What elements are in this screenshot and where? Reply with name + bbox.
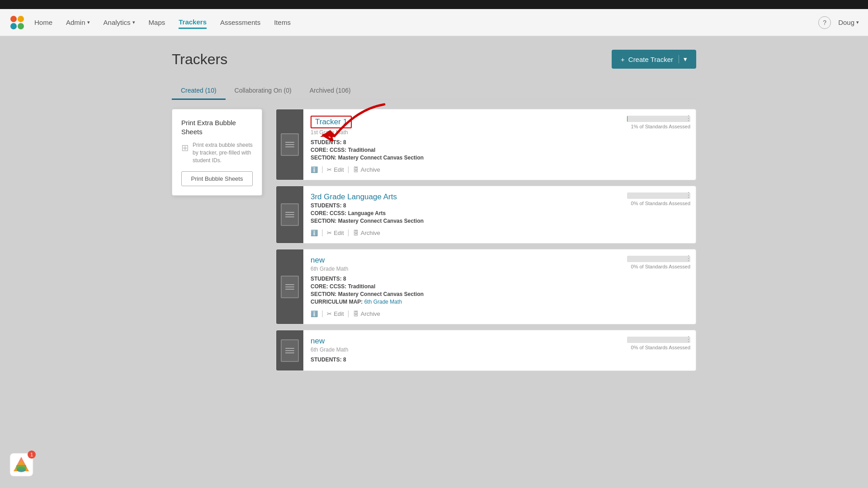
info-button[interactable]: ℹ️ [311, 230, 318, 236]
edit-icon: ✂ [327, 310, 332, 317]
content-area: Print Extra Bubble Sheets ⊞ Print extra … [172, 109, 696, 376]
edit-icon: ✂ [327, 230, 332, 236]
nav-home[interactable]: Home [34, 17, 52, 28]
tracker-subtitle: 6th Grade Math [311, 266, 616, 272]
progress-label: 0% of Standards Assessed [631, 345, 690, 350]
tracker-item: new 6th Grade Math STUDENTS: 8 0% of Sta… [276, 330, 696, 371]
edit-button[interactable]: ✂ Edit [327, 230, 344, 236]
top-bar [0, 0, 868, 9]
progress-label: 0% of Standards Assessed [631, 201, 690, 206]
tracker-content: Tracker 1 1st Grade Math STUDENTS: 8 COR… [303, 109, 623, 180]
tabs: Created (10) Collaborating On (0) Archiv… [172, 82, 696, 100]
archive-icon: 🗄 [353, 310, 359, 317]
tracker-item: new 6th Grade Math STUDENTS: 8 CORE: CCS… [276, 249, 696, 324]
logo[interactable] [9, 14, 25, 31]
tracker-item: Tracker 1 1st Grade Math STUDENTS: 8 COR… [276, 109, 696, 180]
tracker-content: new 6th Grade Math STUDENTS: 8 CORE: CCS… [303, 249, 623, 324]
nav-admin[interactable]: Admin ▾ [66, 17, 90, 28]
svg-point-2 [10, 23, 17, 29]
tracker-students: STUDENTS: 8 [311, 202, 616, 209]
nav-trackers[interactable]: Trackers [179, 16, 207, 29]
nav-assessments[interactable]: Assessments [220, 17, 260, 28]
tracker-section: SECTION: Mastery Connect Canvas Section [311, 291, 616, 297]
tracker-subtitle: 1st Grade Math [311, 129, 616, 136]
tracker-menu-button[interactable]: ⋮ [685, 254, 692, 263]
progress-bar [627, 337, 690, 343]
create-tracker-button[interactable]: + Create Tracker ▾ [612, 50, 696, 69]
bottom-widget[interactable]: 1 [9, 452, 34, 479]
tracker-progress: 0% of Standards Assessed ⋮ [623, 330, 696, 371]
progress-fill [627, 116, 627, 122]
tracker-progress: 0% of Standards Assessed ⋮ [623, 249, 696, 324]
tracker-subtitle: 6th Grade Math [311, 347, 616, 353]
plus-icon: + [621, 56, 625, 63]
tracker-content: new 6th Grade Math STUDENTS: 8 [303, 330, 623, 371]
svg-rect-9 [16, 465, 26, 469]
curriculum-map-link[interactable]: 6th Grade Math [364, 299, 402, 305]
tab-collaborating[interactable]: Collaborating On (0) [226, 82, 301, 100]
svg-point-1 [18, 16, 24, 22]
info-button[interactable]: ℹ️ [311, 310, 318, 317]
nav-right: ? Doug ▾ [818, 16, 859, 29]
tracker-core: CORE: CCSS: Traditional [311, 283, 616, 290]
nav-items: Home Admin ▾ Analytics ▾ Maps Trackers A… [34, 16, 818, 29]
archive-icon: 🗄 [353, 230, 359, 236]
tracker-actions: ℹ️ | ✂ Edit | 🗄 Archive [311, 165, 616, 174]
tracker-name[interactable]: new [311, 337, 616, 346]
tracker-name[interactable]: 3rd Grade Language Arts [311, 192, 616, 202]
chevron-down-icon: ▾ [679, 55, 687, 63]
tab-archived[interactable]: Archived (106) [301, 82, 360, 100]
edit-icon: ✂ [327, 166, 332, 173]
tracker-1-wrapper: Tracker 1 1st Grade Math STUDENTS: 8 COR… [276, 109, 696, 180]
tracker-progress: 0% of Standards Assessed ⋮ [623, 186, 696, 243]
tracker-name[interactable]: Tracker 1 [311, 116, 352, 128]
progress-bar [627, 116, 690, 122]
tracker-menu-button[interactable]: ⋮ [685, 114, 692, 122]
archive-icon: 🗄 [353, 166, 359, 173]
nav-maps[interactable]: Maps [149, 17, 165, 28]
archive-button[interactable]: 🗄 Archive [353, 230, 380, 236]
info-button[interactable]: ℹ️ [311, 166, 318, 173]
tracker-students: STUDENTS: 8 [311, 139, 616, 145]
chevron-down-icon: ▾ [87, 19, 90, 25]
tracker-students: STUDENTS: 8 [311, 357, 616, 363]
print-bubble-sidebar: Print Extra Bubble Sheets ⊞ Print extra … [172, 109, 262, 196]
tracker-name[interactable]: new [311, 256, 616, 265]
chevron-down-icon: ▾ [856, 19, 859, 25]
tracker-actions: ℹ️ | ✂ Edit | 🗄 Archive [311, 310, 616, 318]
tracker-thumbnail [276, 186, 303, 243]
archive-button[interactable]: 🗄 Archive [353, 166, 380, 173]
document-icon: ⊞ [181, 141, 189, 154]
tab-created[interactable]: Created (10) [172, 82, 226, 100]
tracker-core: CORE: CCSS: Language Arts [311, 210, 616, 216]
nav-analytics[interactable]: Analytics ▾ [104, 17, 135, 28]
edit-button[interactable]: ✂ Edit [327, 166, 344, 173]
tracker-thumbnail [276, 109, 303, 180]
tracker-actions: ℹ️ | ✂ Edit | 🗄 Archive [311, 229, 616, 237]
tracker-core: CORE: CCSS: Traditional [311, 147, 616, 153]
tracker-progress: 1% of Standards Assessed ⋮ [623, 109, 696, 180]
tracker-thumbnail [276, 249, 303, 324]
sidebar-description: ⊞ Print extra bubble sheets by tracker, … [181, 141, 253, 164]
navigation: Home Admin ▾ Analytics ▾ Maps Trackers A… [0, 9, 868, 36]
tracker-menu-button[interactable]: ⋮ [685, 191, 692, 199]
user-menu[interactable]: Doug ▾ [838, 19, 859, 26]
svg-point-3 [18, 23, 24, 29]
nav-items-menu[interactable]: Items [274, 17, 291, 28]
progress-bar [627, 192, 690, 199]
archive-button[interactable]: 🗄 Archive [353, 310, 380, 317]
chevron-down-icon: ▾ [132, 19, 135, 25]
page-header: Trackers + Create Tracker ▾ [172, 50, 696, 69]
tracker-section: SECTION: Mastery Connect Canvas Section [311, 155, 616, 161]
widget-badge: 1 [28, 450, 36, 459]
print-bubble-sheets-button[interactable]: Print Bubble Sheets [181, 171, 253, 186]
help-button[interactable]: ? [818, 16, 831, 29]
tracker-thumbnail [276, 330, 303, 371]
tracker-students: STUDENTS: 8 [311, 276, 616, 282]
progress-label: 1% of Standards Assessed [631, 124, 690, 129]
svg-point-0 [10, 16, 17, 22]
tracker-menu-button[interactable]: ⋮ [685, 335, 692, 343]
sidebar-title: Print Extra Bubble Sheets [181, 118, 253, 136]
main-content: Trackers + Create Tracker ▾ Created (10)… [163, 36, 705, 390]
edit-button[interactable]: ✂ Edit [327, 310, 344, 317]
